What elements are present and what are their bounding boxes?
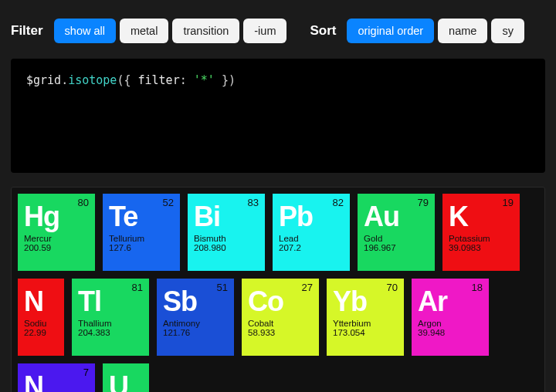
element-number: 19 bbox=[503, 197, 514, 208]
sort-buttons: original order name sy bbox=[347, 19, 524, 43]
isotope-grid: 80HgMercur200.5952TeTellurium127.683BiBi… bbox=[11, 187, 545, 392]
filter-ium[interactable]: -ium bbox=[243, 19, 286, 43]
element-weight: 127.6 bbox=[109, 243, 174, 252]
element-number: 18 bbox=[472, 282, 483, 293]
filter-transition[interactable]: transition bbox=[172, 19, 239, 43]
element-number: 27 bbox=[302, 282, 313, 293]
element-weight: 121.76 bbox=[163, 328, 228, 337]
filter-label: Filter bbox=[11, 23, 43, 39]
element-symbol: N bbox=[24, 373, 89, 392]
element-cell-au[interactable]: 79AuGold196.967 bbox=[358, 194, 435, 271]
element-weight: 39.948 bbox=[418, 328, 483, 337]
element-number: 83 bbox=[248, 197, 259, 208]
element-weight: 207.2 bbox=[279, 243, 344, 252]
element-cell-pb[interactable]: 82PbLead207.2 bbox=[273, 194, 350, 271]
element-name: Ytterbium bbox=[333, 319, 398, 328]
element-weight: 22.99 bbox=[24, 328, 58, 337]
code-colon: : bbox=[180, 73, 194, 87]
code-ident: $grid bbox=[26, 73, 61, 87]
sort-label: Sort bbox=[310, 23, 336, 39]
element-weight: 39.0983 bbox=[449, 243, 514, 252]
element-cell-u[interactable]: UUrani238.0 bbox=[103, 363, 149, 392]
element-name: Antimony bbox=[163, 319, 228, 328]
sort-name[interactable]: name bbox=[438, 19, 487, 43]
code-close: }) bbox=[222, 73, 236, 87]
code-str: '*' bbox=[194, 73, 215, 87]
element-number: 52 bbox=[163, 197, 174, 208]
element-name: Gold bbox=[364, 234, 429, 243]
element-cell-tl[interactable]: 81TlThallium204.383 bbox=[72, 279, 149, 356]
element-name: Cobalt bbox=[248, 319, 313, 328]
element-name: Tellurium bbox=[109, 234, 174, 243]
element-cell-n[interactable]: NSodiu22.99 bbox=[18, 279, 64, 356]
element-weight: 58.933 bbox=[248, 328, 313, 337]
element-symbol: N bbox=[24, 288, 58, 316]
sort-sy[interactable]: sy bbox=[491, 19, 524, 43]
element-number: 7 bbox=[83, 367, 89, 378]
element-number: 51 bbox=[217, 282, 228, 293]
element-weight: 200.59 bbox=[24, 243, 89, 252]
element-number: 81 bbox=[132, 282, 143, 293]
code-display: $grid.isotope({ filter: '*' }) bbox=[11, 59, 545, 173]
element-name: Argon bbox=[418, 319, 483, 328]
element-weight: 204.383 bbox=[78, 328, 143, 337]
element-name: Sodiu bbox=[24, 319, 58, 328]
element-number: 70 bbox=[387, 282, 398, 293]
sort-original[interactable]: original order bbox=[347, 19, 434, 43]
element-name: Lead bbox=[279, 234, 344, 243]
filter-buttons: show all metal transition -ium bbox=[54, 19, 287, 43]
element-weight: 173.054 bbox=[333, 328, 398, 337]
element-cell-co[interactable]: 27CoCobalt58.933 bbox=[242, 279, 319, 356]
element-cell-sb[interactable]: 51SbAntimony121.76 bbox=[157, 279, 234, 356]
code-open: ({ bbox=[117, 73, 131, 87]
element-weight: 208.980 bbox=[194, 243, 259, 252]
element-cell-yb[interactable]: 70YbYtterbium173.054 bbox=[327, 279, 404, 356]
element-weight: 196.967 bbox=[364, 243, 429, 252]
element-number: 79 bbox=[418, 197, 429, 208]
element-number: 80 bbox=[78, 197, 89, 208]
element-cell-te[interactable]: 52TeTellurium127.6 bbox=[103, 194, 180, 271]
filter-metal[interactable]: metal bbox=[120, 19, 168, 43]
code-fn: isotope bbox=[68, 73, 117, 87]
controls-bar: Filter show all metal transition -ium So… bbox=[0, 0, 556, 52]
element-cell-ar[interactable]: 18ArArgon39.948 bbox=[412, 279, 489, 356]
element-name: Thallium bbox=[78, 319, 143, 328]
element-cell-k[interactable]: 19KPotassium39.0983 bbox=[442, 194, 520, 271]
filter-show-all[interactable]: show all bbox=[54, 19, 116, 43]
element-name: Bismuth bbox=[194, 234, 259, 243]
element-cell-hg[interactable]: 80HgMercur200.59 bbox=[18, 194, 95, 271]
element-cell-n[interactable]: 7NNitrogen14.007 bbox=[18, 363, 95, 392]
code-dot: . bbox=[61, 73, 68, 87]
code-key: filter bbox=[138, 73, 180, 87]
element-name: Mercur bbox=[24, 234, 89, 243]
element-cell-bi[interactable]: 83BiBismuth208.980 bbox=[188, 194, 265, 271]
element-symbol: U bbox=[109, 373, 143, 392]
element-name: Potassium bbox=[449, 234, 514, 243]
element-number: 82 bbox=[333, 197, 344, 208]
